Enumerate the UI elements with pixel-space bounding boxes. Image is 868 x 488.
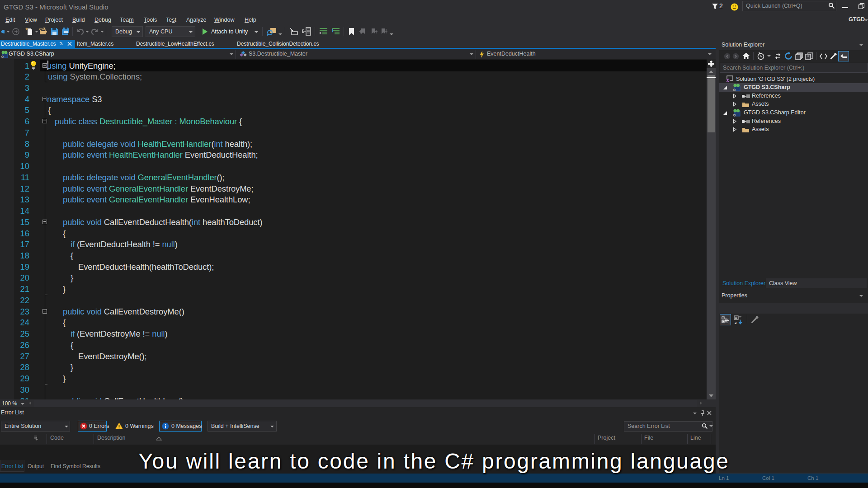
- svg-text:A: A: [735, 316, 737, 320]
- svg-text:Z: Z: [735, 321, 737, 324]
